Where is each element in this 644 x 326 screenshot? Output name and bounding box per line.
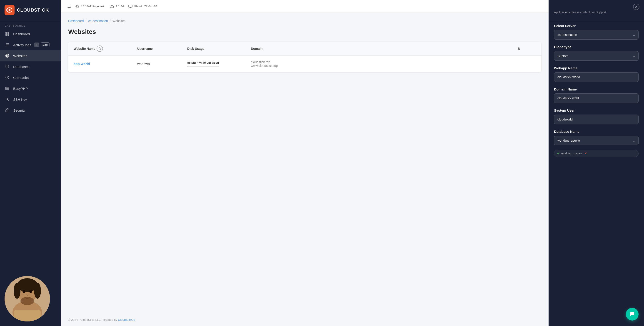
sidebar-logo: CLOUDSTICK — [0, 0, 61, 20]
avatar — [4, 276, 50, 321]
menu-icon[interactable]: ☰ — [67, 4, 71, 9]
svg-point-14 — [6, 65, 9, 66]
close-button[interactable]: ✕ — [633, 4, 640, 10]
content-area: Dashboard / cs-destination / Websites We… — [61, 13, 548, 313]
sidebar-item-websites[interactable]: Websites — [0, 50, 61, 61]
topbar-kernel-info: 5.15.0-119-generic — [76, 5, 105, 8]
sidebar-item-ssh-key-label: SSH Key — [13, 98, 27, 101]
col-username: Username — [137, 46, 187, 52]
sidebar-item-easyphp[interactable]: PHP EasyPHP — [0, 83, 61, 94]
clock-icon — [4, 75, 10, 80]
sidebar-item-cron-jobs[interactable]: Cron Jobs — [0, 72, 61, 83]
svg-point-20 — [7, 111, 8, 111]
svg-rect-2 — [6, 32, 7, 34]
breadcrumb-server[interactable]: cs-destination — [88, 19, 108, 23]
websites-table: Website Name Username Disk Usage Domain … — [68, 42, 541, 72]
svg-point-25 — [34, 283, 41, 299]
domain-name-label: Domain Name — [554, 87, 638, 91]
footer-link[interactable]: CloudStick.io — [118, 318, 135, 321]
clone-type-label: Clone type — [554, 45, 638, 49]
domain-cell: cloudstick.top www.cloudstick.top — [251, 60, 518, 68]
search-icon[interactable] — [96, 46, 103, 52]
svg-rect-29 — [14, 310, 41, 321]
breadcrumb-dashboard[interactable]: Dashboard — [68, 19, 84, 23]
db-tag: ✔ worldwp_gvgvw ✕ — [554, 150, 638, 157]
svg-point-32 — [99, 48, 100, 49]
topbar: ☰ 5.15.0-119-generic 1.1.44 Ubuntu 22.04… — [61, 0, 548, 13]
check-icon: ✔ — [557, 151, 560, 156]
sidebar-item-security[interactable]: Security — [0, 105, 61, 116]
clone-type-dropdown[interactable]: CustomFullDatabase onlyFiles only — [554, 51, 638, 61]
kernel-version: 5.15.0-119-generic — [80, 5, 105, 8]
svg-point-26 — [22, 290, 25, 293]
list-icon — [4, 42, 10, 48]
svg-point-24 — [14, 283, 20, 299]
svg-point-1 — [6, 9, 8, 11]
svg-point-0 — [9, 9, 10, 11]
os-label: Ubuntu 22.04 x64 — [134, 5, 157, 8]
domain-name-input[interactable] — [554, 93, 638, 103]
footer-text: © 2024 - CloudStick LLC - created by — [68, 318, 117, 321]
monitor-icon — [128, 5, 132, 8]
app-logo-icon — [4, 5, 14, 15]
col-actions: B — [518, 46, 536, 52]
system-user-input[interactable] — [554, 115, 638, 124]
cloud-icon — [110, 5, 114, 8]
sidebar-item-easyphp-label: EasyPHP — [13, 87, 28, 91]
disk-bar — [187, 66, 219, 67]
username-value: worldwp — [137, 62, 150, 66]
panel-close-area: ✕ — [548, 0, 644, 10]
breadcrumb-sep1: / — [86, 19, 86, 23]
db-tag-label: worldwp_gvgvw — [561, 152, 582, 155]
webapp-name-section: Webapp Name — [548, 64, 644, 85]
globe-icon — [4, 53, 10, 59]
topbar-os-info: Ubuntu 22.04 x64 — [128, 5, 157, 8]
sidebar: CLOUDSTICK DASHBOARDS Dashboard Activity… — [0, 0, 61, 326]
timer-badge: 1:58 — [41, 42, 50, 47]
website-link[interactable]: app-world — [74, 62, 90, 66]
sidebar-item-activity-logs[interactable]: Activity logs 1:58 ⏸ — [0, 39, 61, 50]
lock-icon — [4, 108, 10, 113]
remove-db-tag-button[interactable]: ✕ — [584, 152, 587, 155]
sidebar-item-databases[interactable]: Databases — [0, 61, 61, 72]
svg-rect-7 — [6, 45, 9, 45]
website-name-cell: app-world — [74, 62, 137, 66]
clone-type-section: Clone type CustomFullDatabase onlyFiles … — [548, 42, 644, 64]
disk-label: 85 MB / 74.45 GB Used — [187, 61, 251, 64]
col-disk-usage: Disk Usage — [187, 46, 251, 52]
database-icon — [4, 64, 10, 69]
grid-icon — [4, 31, 10, 37]
main-content: ☰ 5.15.0-119-generic 1.1.44 Ubuntu 22.04… — [61, 0, 548, 326]
sidebar-item-databases-label: Databases — [13, 65, 30, 69]
chat-button[interactable] — [626, 308, 638, 320]
svg-text:PHP: PHP — [6, 88, 9, 90]
domain-name-section: Domain Name — [548, 85, 644, 106]
panel-support-note: Applications please contact our Support. — [548, 10, 644, 19]
system-user-label: System User — [554, 108, 638, 112]
breadcrumb-sep2: / — [110, 19, 111, 23]
svg-rect-8 — [6, 46, 9, 46]
database-name-label: Database Name — [554, 130, 638, 133]
sidebar-item-ssh-key[interactable]: SSH Key — [0, 94, 61, 105]
topbar-cloud-info: 1.1.44 — [110, 5, 124, 8]
svg-rect-31 — [128, 5, 132, 7]
database-name-dropdown[interactable]: worldwp_gvgvw — [554, 136, 638, 145]
clone-type-wrapper: CustomFullDatabase onlyFiles only — [554, 51, 638, 61]
sidebar-item-websites-label: Websites — [13, 54, 27, 58]
sidebar-section-label: DASHBOARDS — [0, 20, 61, 29]
sidebar-item-dashboard[interactable]: Dashboard — [0, 29, 61, 39]
breadcrumb: Dashboard / cs-destination / Websites — [68, 19, 541, 23]
webapp-name-input[interactable] — [554, 72, 638, 82]
table-row: app-world worldwp 85 MB / 74.45 GB Used — [68, 56, 541, 72]
select-server-section: Select Server cs-destination — [548, 21, 644, 42]
svg-point-30 — [76, 6, 78, 7]
pause-button[interactable]: ⏸ — [34, 43, 39, 47]
webapp-name-label: Webapp Name — [554, 66, 638, 70]
svg-point-28 — [20, 297, 34, 305]
svg-rect-3 — [8, 32, 9, 34]
cloud-version: 1.1.44 — [116, 5, 124, 8]
select-server-dropdown[interactable]: cs-destination — [554, 30, 638, 40]
col-domain: Domain — [251, 46, 518, 52]
database-name-wrapper: worldwp_gvgvw — [554, 136, 638, 145]
sidebar-item-cron-jobs-label: Cron Jobs — [13, 76, 29, 80]
